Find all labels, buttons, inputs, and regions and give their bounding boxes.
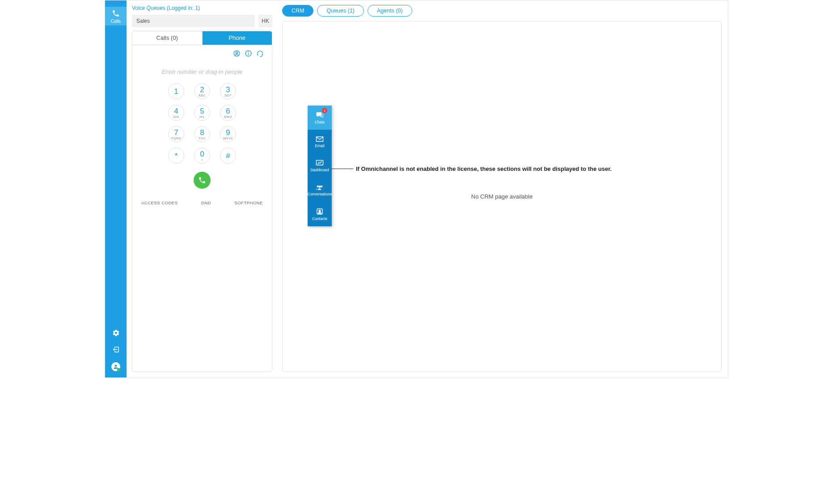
tab-calls[interactable]: Calls (0) (132, 31, 203, 45)
key-5[interactable]: 5JKL (194, 105, 210, 121)
rail-calls[interactable]: Calls (105, 7, 127, 25)
annotation-text: If Omnichannel is not enabled in the lic… (356, 165, 612, 172)
keypad: 1 2ABC 3DEF 4GHI 5JKL 6MNO 7PQRS 8TUV 9W… (140, 83, 264, 164)
omni-email[interactable]: Email (308, 130, 332, 154)
rail-calls-label: Calls (111, 19, 121, 24)
main-area: CRM Queues (1) Agents (0) 1 Chats Email … (278, 0, 728, 377)
tab-agents[interactable]: Agents (0) (368, 5, 412, 17)
phone-card: Calls (0) Phone Enter number or drag-in … (132, 31, 272, 372)
number-input[interactable]: Enter number or drag-in people (140, 68, 264, 75)
annotation-line (332, 169, 353, 169)
key-3[interactable]: 3DEF (220, 83, 236, 99)
gear-icon (112, 329, 120, 337)
omni-chats[interactable]: 1 Chats (308, 106, 332, 130)
dnd-link[interactable]: DND (201, 200, 211, 205)
queue-selector[interactable]: Sales (132, 15, 255, 27)
headset-icon[interactable] (256, 50, 264, 58)
logout-icon (112, 346, 120, 353)
status-dot-online (117, 368, 121, 372)
svg-point-4 (248, 52, 249, 52)
softphone-link[interactable]: SOFTPHONE (234, 200, 263, 205)
call-button[interactable] (194, 172, 211, 189)
svg-point-1 (236, 52, 237, 54)
contacts-icon[interactable] (233, 50, 241, 58)
left-rail: Calls (105, 0, 127, 377)
calls-panel: Voice Queues (Logged in: 1) Sales HK Cal… (127, 0, 278, 377)
omni-dashboard[interactable]: Dashboard (308, 154, 332, 178)
logout-button[interactable] (112, 346, 120, 353)
svg-point-6 (317, 185, 319, 187)
top-tabs: CRM Queues (1) Agents (0) (282, 5, 722, 17)
key-4[interactable]: 4GHI (168, 105, 184, 121)
key-0[interactable]: 0+ (194, 148, 210, 164)
info-icon[interactable] (244, 50, 252, 58)
phone-icon (112, 9, 120, 17)
key-7[interactable]: 7PQRS (168, 126, 184, 142)
dashboard-icon (316, 160, 324, 166)
key-8[interactable]: 8TUV (194, 126, 210, 142)
key-star[interactable]: * (168, 148, 184, 164)
chats-badge: 1 (322, 108, 327, 113)
call-icon (198, 176, 206, 184)
voice-queues-title: Voice Queues (Logged in: 1) (132, 5, 200, 11)
key-1[interactable]: 1 (168, 83, 184, 99)
email-icon (316, 136, 324, 142)
key-9[interactable]: 9WXYZ (220, 126, 236, 142)
svg-point-8 (319, 186, 321, 188)
user-avatar[interactable] (111, 362, 120, 371)
key-2[interactable]: 2ABC (194, 83, 210, 99)
omni-conversations[interactable]: Conversations (308, 178, 332, 202)
contacts-card-icon (316, 208, 323, 215)
tab-crm[interactable]: CRM (282, 5, 313, 17)
access-codes-link[interactable]: ACCESS CODES (141, 200, 178, 205)
omni-contacts[interactable]: Contacts (308, 202, 332, 226)
tab-phone[interactable]: Phone (203, 31, 272, 45)
key-hash[interactable]: # (220, 148, 236, 164)
no-crm-message: No CRM page available (471, 193, 533, 200)
svg-point-10 (319, 210, 321, 212)
svg-point-7 (321, 185, 322, 187)
settings-button[interactable] (112, 329, 120, 337)
omnichannel-nav: 1 Chats Email Dashboard Conversations Co… (308, 106, 332, 226)
crm-content: 1 Chats Email Dashboard Conversations Co… (282, 21, 722, 372)
hk-badge[interactable]: HK (258, 15, 272, 27)
tab-queues[interactable]: Queues (1) (317, 5, 364, 17)
conversations-icon (315, 184, 324, 191)
key-6[interactable]: 6MNO (220, 105, 236, 121)
